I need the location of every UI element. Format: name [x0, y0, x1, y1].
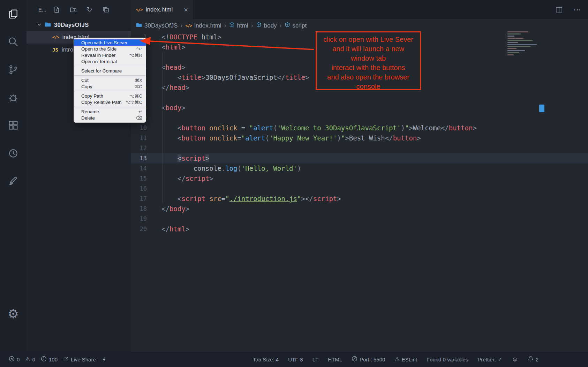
code-text: <head> — [161, 62, 186, 72]
folder-icon — [136, 22, 142, 30]
breadcrumb-item-html[interactable]: html — [229, 22, 248, 29]
variables-counter[interactable]: Found 0 variables — [427, 357, 468, 362]
code-line-10[interactable]: 10 <button onclick = "alert('Welcome to … — [131, 123, 588, 133]
code-line-12[interactable]: 12 — [131, 143, 588, 153]
tab-index-html[interactable]: </> index.html × — [131, 0, 193, 19]
code-line-11[interactable]: 11 <button onclick="alert('Happy New Yea… — [131, 133, 588, 143]
code-line-9[interactable]: 9 — [131, 113, 588, 123]
menu-item-rename[interactable]: Rename↵ — [74, 108, 146, 115]
menu-separator — [74, 75, 145, 76]
tab-close-icon[interactable]: × — [184, 6, 188, 13]
refresh-icon[interactable]: ↻ — [86, 6, 93, 13]
code-text: console.log('Hello, World') — [161, 163, 301, 174]
menu-item-copy-path[interactable]: Copy Path⌥⌘C — [74, 93, 146, 99]
source-control-icon[interactable] — [0, 56, 27, 84]
menu-item-label: Open in Terminal — [81, 59, 142, 64]
project-name: 30DaysOfJS — [54, 22, 89, 29]
problems-warnings[interactable]: ⚠ 0 — [25, 357, 35, 362]
breadcrumb-item-body[interactable]: body — [256, 22, 277, 29]
scrollbar-decoration[interactable] — [539, 105, 544, 112]
run-debug-icon[interactable] — [0, 84, 27, 112]
code-line-20[interactable]: 20</html> — [131, 224, 588, 234]
tab-size-indicator[interactable]: Tab Size: 4 — [253, 357, 279, 362]
code-text: <button onclick="alert('Happy New Year!'… — [161, 133, 421, 143]
menu-item-shortcut: ^↵ — [136, 46, 142, 52]
code-line-15[interactable]: 15 </script> — [131, 174, 588, 184]
line-number: 12 — [131, 143, 147, 153]
annotation-line: console — [317, 82, 420, 91]
code-text: </head> — [161, 83, 189, 93]
line-number: 13 — [131, 153, 147, 163]
live-share-button[interactable]: Live Share — [63, 356, 96, 363]
code-text: <!DOCTYPE html> — [161, 32, 221, 42]
breadcrumb-separator-icon: › — [251, 22, 253, 29]
menu-item-copy[interactable]: Copy⌘C — [74, 83, 146, 90]
more-actions-icon[interactable]: ⋯ — [573, 5, 581, 14]
code-line-13[interactable]: 13 <script> — [131, 153, 588, 163]
tab-title: index.html — [146, 6, 173, 13]
menu-item-cut[interactable]: Cut⌘X — [74, 77, 146, 83]
code-line-16[interactable]: 16 — [131, 184, 588, 194]
html-file-icon: </> — [52, 35, 59, 40]
menu-item-open-with-live-server[interactable]: Open with Live Server — [74, 39, 146, 46]
minimap[interactable] — [507, 31, 540, 56]
eol-indicator[interactable]: LF — [312, 357, 319, 362]
code-line-14[interactable]: 14 console.log('Hello, World') — [131, 163, 588, 174]
search-icon[interactable] — [0, 28, 27, 56]
lightning-icon[interactable] — [101, 357, 107, 362]
code-line-18[interactable]: 18</body> — [131, 204, 588, 214]
eslint-status[interactable]: ⚠ ESLint — [394, 357, 417, 362]
breadcrumb-item-project[interactable]: 30DaysOfJS — [136, 22, 178, 30]
feedback-smiley-icon[interactable]: ☺ — [512, 356, 518, 362]
encoding-indicator[interactable]: UTF-8 — [288, 357, 303, 362]
menu-item-label: Copy — [81, 84, 135, 89]
menu-item-label: Rename — [81, 109, 138, 114]
live-edit-pen-icon[interactable] — [0, 167, 27, 195]
menu-item-reveal-in-finder[interactable]: Reveal in Finder⌥⌘R — [74, 52, 146, 58]
menu-item-shortcut: ↵ — [138, 109, 142, 114]
collapse-all-icon[interactable] — [103, 6, 110, 13]
chevron-down-icon — [37, 22, 42, 29]
menu-item-shortcut: ⌥⌘C — [129, 93, 142, 99]
notifications-bell[interactable]: 2 — [528, 356, 538, 363]
problems-errors[interactable]: 0 — [9, 356, 20, 363]
code-line-7[interactable]: 7 — [131, 93, 588, 103]
breadcrumb-item-script[interactable]: script — [285, 22, 307, 29]
menu-item-label: Open with Live Server — [81, 40, 142, 45]
menu-item-delete[interactable]: Delete⌫ — [74, 115, 146, 121]
info-counter[interactable]: 100 — [41, 356, 58, 363]
menu-item-open-in-terminal[interactable]: Open in Terminal — [74, 58, 146, 64]
code-line-19[interactable]: 19 — [131, 214, 588, 224]
prettier-status[interactable]: Prettier: ✓ — [477, 356, 502, 362]
project-folder-row[interactable]: 30DaysOfJS — [27, 19, 131, 31]
code-line-17[interactable]: 17 <script src="./introduction.js"></scr… — [131, 194, 588, 204]
breadcrumb: 30DaysOfJS › </> index.html › html › bod… — [131, 19, 588, 32]
menu-item-label: Select for Compare — [81, 68, 142, 74]
settings-gear-icon[interactable]: ⚙ — [0, 300, 27, 328]
extensions-icon[interactable] — [0, 112, 27, 139]
new-folder-icon[interactable] — [70, 6, 77, 13]
html-file-icon: </> — [185, 23, 192, 28]
explorer-icon[interactable] — [0, 0, 27, 28]
menu-item-label: Reveal in Finder — [81, 53, 129, 58]
breadcrumb-separator-icon: › — [180, 22, 182, 29]
remote-clock-icon[interactable] — [0, 139, 27, 167]
context-menu: Open with Live ServerOpen to the Side^↵R… — [74, 38, 146, 123]
menu-item-select-for-compare[interactable]: Select for Compare — [74, 68, 146, 74]
new-file-icon[interactable] — [53, 6, 60, 13]
explorer-title: E... — [38, 7, 46, 13]
menu-item-copy-relative-path[interactable]: Copy Relative Path⌥⇧⌘C — [74, 99, 146, 105]
warning-triangle-icon: ⚠ — [25, 357, 30, 362]
live-server-port[interactable]: Port : 5500 — [352, 356, 385, 363]
menu-item-shortcut: ⌫ — [136, 115, 142, 121]
code-text: <script src="./introduction.js"></script… — [161, 194, 341, 204]
code-text: </script> — [161, 174, 213, 184]
split-editor-icon[interactable] — [555, 6, 563, 14]
menu-item-shortcut: ⌘C — [135, 84, 142, 89]
code-text: <html> — [161, 42, 186, 52]
breadcrumb-item-file[interactable]: </> index.html — [185, 22, 221, 29]
code-line-8[interactable]: 8<body> — [131, 103, 588, 113]
language-indicator[interactable]: HTML — [328, 357, 342, 362]
menu-item-open-to-the-side[interactable]: Open to the Side^↵ — [74, 46, 146, 52]
line-number: 19 — [131, 214, 147, 224]
